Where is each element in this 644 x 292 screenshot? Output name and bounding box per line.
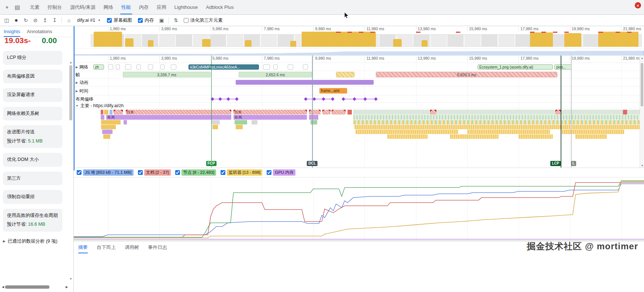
flame-bar[interactable] (309, 110, 321, 115)
insight-card[interactable]: 布局偏移原因 (3, 70, 62, 84)
memory-counter[interactable]: 节点 [8 - 22,483] (175, 169, 216, 176)
error-close-badge[interactable]: × (635, 2, 641, 8)
network-request[interactable]: zh (93, 64, 104, 70)
track-label-timings[interactable]: ▶ 时间 (76, 88, 88, 94)
tab-annotations[interactable]: Annotations (27, 26, 52, 37)
layout-shift-diamond[interactable] (226, 97, 230, 101)
memory-chart[interactable] (74, 177, 644, 241)
flame-bar[interactable] (124, 120, 127, 124)
camera-icon[interactable]: ▣ (157, 16, 166, 25)
tab-insights[interactable]: Insights (4, 26, 20, 37)
target-selector[interactable]: dify.ai #1 ▼ (74, 18, 104, 23)
load-profile-icon[interactable]: ↥ (41, 16, 49, 25)
tab-性能[interactable]: 性能 (117, 0, 135, 14)
main-thread-flame[interactable]: 任务任务布局布局 (74, 109, 644, 168)
network-request[interactable] (273, 64, 278, 70)
network-request[interactable] (288, 64, 293, 70)
layout-shift-diamond[interactable] (331, 97, 335, 101)
flame-bar[interactable] (575, 134, 607, 139)
layout-shift-diamond[interactable] (322, 97, 325, 101)
flame-bar[interactable] (101, 110, 104, 115)
flame-bar[interactable] (235, 120, 247, 124)
flame-bar[interactable]: 布局 (233, 115, 307, 120)
flame-bar[interactable] (347, 110, 352, 115)
track-label-frames[interactable]: 帧 (76, 71, 80, 78)
layout-shift-diamond[interactable] (235, 97, 239, 101)
network-request[interactable] (116, 64, 120, 70)
record-icon[interactable]: ● (12, 16, 21, 25)
network-request[interactable] (160, 64, 165, 70)
frame-bar[interactable]: 3,336.7 ms (123, 72, 211, 77)
frame-bar[interactable] (336, 72, 354, 77)
network-request[interactable] (263, 64, 270, 70)
scrollbar-thumb[interactable] (5, 285, 49, 289)
scroll-down-icon[interactable]: ▼ (640, 163, 644, 168)
flame-bar[interactable] (623, 110, 627, 115)
tab-Adblock Plus[interactable]: Adblock Plus (202, 0, 238, 14)
save-profile-icon[interactable]: ↧ (50, 16, 59, 25)
flame-bar[interactable] (212, 125, 218, 129)
flame-bar[interactable] (110, 110, 112, 115)
memory-checkbox-input[interactable] (138, 18, 143, 23)
animation-bar[interactable] (236, 80, 374, 85)
flame-bar[interactable] (236, 125, 243, 129)
clear-icon[interactable]: ⊘ (31, 16, 40, 25)
flame-bar[interactable] (309, 115, 318, 120)
tab-控制台[interactable]: 控制台 (44, 0, 66, 14)
memory-counter[interactable]: 文档 [2 - 37] (138, 169, 171, 176)
flame-bar[interactable] (356, 130, 458, 134)
inspect-element-icon[interactable]: ⌖ (2, 3, 12, 12)
track-label-network[interactable]: ▶ 网络 (76, 64, 88, 70)
memory-counter[interactable]: 监听器 [13 - 898] (221, 169, 262, 176)
memory-checkbox[interactable]: 内存 (138, 17, 154, 24)
tab-源代码/来源[interactable]: 源代码/来源 (66, 0, 100, 14)
layout-shift-diamond[interactable] (218, 97, 222, 101)
counter-checkbox[interactable] (221, 170, 225, 175)
network-request[interactable]: k3kCo84MPvpLmixcA63oeA... (188, 64, 259, 70)
network-request[interactable]: plas... (554, 64, 571, 70)
counter-checkbox[interactable] (267, 170, 271, 175)
tab-内存[interactable]: 内存 (135, 0, 153, 14)
scrollbar-thumb[interactable] (69, 65, 72, 120)
insight-card[interactable]: 强制自动重排 (3, 190, 62, 204)
insight-card[interactable]: 改进图片传送预计节省: 5.1 MB (3, 125, 62, 148)
track-label-animations[interactable]: ▶ 动画 (76, 79, 88, 85)
insight-card[interactable]: 渲染屏蔽请求 (3, 88, 62, 102)
network-request[interactable] (125, 64, 131, 70)
flame-bar[interactable] (101, 125, 116, 129)
dim-third-party-checkbox[interactable]: 淡化第三方元素 (184, 17, 223, 24)
insight-card[interactable]: 使用高效的缓存生命周期预计节省: 16.6 MB (3, 209, 62, 232)
flame-bar[interactable] (450, 134, 498, 139)
insight-card[interactable]: 网络依赖关系树 (3, 107, 62, 121)
scroll-right-icon[interactable]: ▶ (65, 285, 69, 289)
layout-shift-diamond[interactable] (304, 97, 308, 101)
network-request[interactable] (136, 64, 141, 70)
flame-bar[interactable] (322, 110, 330, 115)
record-reload-icon[interactable]: ↻ (21, 16, 30, 25)
gc-sort-icon[interactable]: ⇅ (172, 16, 180, 25)
insight-card[interactable]: 优化 DOM 大小 (3, 153, 62, 167)
dock-side-icon[interactable]: ◫ (2, 16, 11, 25)
tab-网络[interactable]: 网络 (100, 0, 117, 14)
flame-bar[interactable] (354, 125, 640, 129)
flame-bar[interactable] (467, 130, 550, 134)
flame-bar[interactable] (114, 110, 123, 115)
flame-bar[interactable] (101, 115, 105, 120)
sidebar-horizontal-scrollbar[interactable] (1, 285, 64, 289)
bottom-tab-摘要[interactable]: 摘要 (78, 241, 88, 253)
sidebar-vertical-scrollbar[interactable]: ▲ ▼ (69, 60, 73, 281)
insight-card[interactable]: 第三方 (3, 172, 62, 186)
flame-bar[interactable] (353, 120, 640, 124)
flame-bar[interactable] (430, 110, 436, 115)
dim-third-party-input[interactable] (184, 18, 188, 23)
memory-counter[interactable]: GPU 内存 (267, 169, 295, 176)
flame-bar[interactable] (311, 120, 318, 124)
layout-shift-diamond[interactable] (353, 97, 356, 101)
tab-元素[interactable]: 元素 (26, 0, 44, 14)
passed-insights-toggle[interactable]: ▶ 已通过的数据分析 (9 项) (0, 238, 66, 245)
layout-shift-diamond[interactable] (342, 97, 345, 101)
counter-checkbox[interactable] (77, 170, 82, 175)
screenshots-checkbox-input[interactable] (107, 18, 112, 23)
flame-bar[interactable] (102, 130, 112, 134)
scrollbar-thumb[interactable] (641, 63, 643, 106)
